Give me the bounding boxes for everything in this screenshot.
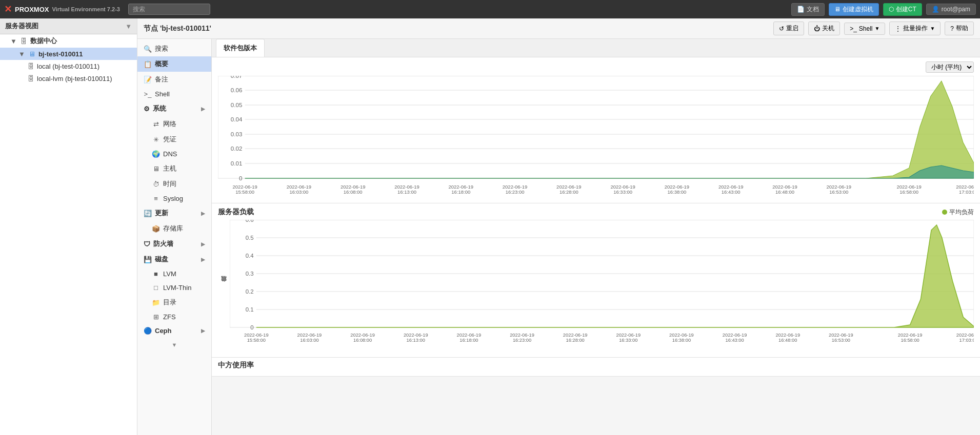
nav-item-time[interactable]: ⏱ 时间 — [137, 176, 211, 192]
svg-text:2022-06-19: 2022-06-19 — [956, 184, 974, 190]
help-icon: ? — [950, 25, 954, 32]
cpu-time-select[interactable]: 小时 (平均) — [926, 61, 974, 73]
svg-text:0.06: 0.06 — [231, 87, 243, 93]
topbar: ✕ PROXMOX Virtual Environment 7.2-3 📄 文档… — [0, 0, 980, 18]
nav-label-dns: DNS — [163, 150, 177, 158]
svg-text:2022-06-19: 2022-06-19 — [956, 333, 974, 338]
zfs-nav-icon: ⊞ — [152, 313, 160, 321]
svg-text:2022-06-19: 2022-06-19 — [404, 333, 428, 338]
nav-label-shell: Shell — [155, 90, 170, 98]
disk-nav-icon: 💾 — [144, 256, 152, 263]
notes-nav-icon: 📝 — [144, 76, 152, 84]
sidebar-item-storage1[interactable]: 🗄 local (bj-test-010011) — [0, 60, 137, 72]
svg-text:0.07: 0.07 — [231, 76, 243, 79]
svg-text:17:03:00: 17:03:00 — [959, 190, 974, 195]
sidebar-item-datacenter[interactable]: ▼ 🗄 数据中心 — [0, 34, 137, 48]
svg-text:16:43:00: 16:43:00 — [725, 338, 744, 343]
nav-item-directory[interactable]: 📁 目录 — [137, 295, 211, 310]
cpu-chart-controls: 小时 (平均) — [926, 61, 974, 73]
load-legend: 平均负荷 — [942, 208, 974, 217]
cpu-chart-section: 小时 (平均) — [212, 57, 980, 203]
nav-item-certs[interactable]: ✳ 凭证 — [137, 132, 211, 147]
create-vm-button[interactable]: 🖥 创建虚拟机 — [829, 3, 879, 16]
content-pane: 节点 'bj-test-010011' ↺ 重启 ⏻ 关机 >_ Shell ▼… — [137, 18, 980, 435]
svg-text:0.4: 0.4 — [246, 253, 254, 259]
svg-text:16:43:00: 16:43:00 — [722, 190, 741, 195]
logo-x-icon: ✕ — [4, 4, 12, 15]
svg-text:2022-06-19: 2022-06-19 — [829, 333, 853, 338]
batch-button[interactable]: ⋮ 批量操作 ▼ — [889, 22, 941, 35]
svg-text:16:03:00: 16:03:00 — [289, 190, 308, 195]
system-nav-icon: ⚙ — [144, 105, 150, 113]
load-chart-svg: 0.6 0.5 0.4 0.3 0.2 0.1 0 2022-06-19 15:… — [230, 220, 974, 353]
sidebar-dropdown-icon: ▼ — [125, 23, 132, 30]
load-chart-section: 服务器负载 平均负荷 相对负载 — [212, 203, 980, 358]
power-icon: ⏻ — [814, 25, 820, 32]
nav-item-syslog[interactable]: ≡ Syslog — [137, 192, 211, 205]
ct-icon: ⬡ — [889, 6, 894, 13]
nav-label-zfs: ZFS — [163, 313, 176, 321]
svg-text:0.02: 0.02 — [231, 146, 243, 152]
user-button[interactable]: 👤 root@pam — [926, 4, 976, 15]
tab-package-versions[interactable]: 软件包版本 — [216, 39, 265, 57]
svg-text:15:58:00: 15:58:00 — [247, 338, 266, 343]
updates-expand-icon: ▶ — [201, 211, 205, 216]
create-ct-button[interactable]: ⬡ 创建CT — [883, 3, 922, 16]
sidebar-header: 服务器视图 ▼ — [0, 18, 137, 34]
nav-item-shell[interactable]: >_ Shell — [137, 87, 211, 101]
nav-item-notes[interactable]: 📝 备注 — [137, 72, 211, 87]
nav-label-time: 时间 — [163, 179, 176, 189]
sidebar-item-node[interactable]: ▼ 🖥 bj-test-010011 — [0, 48, 137, 60]
nav-section-system[interactable]: ⚙ 系统 ▶ — [137, 101, 211, 116]
lvm-thin-nav-icon: □ — [152, 284, 160, 292]
shell-dropdown-icon: ▼ — [875, 26, 880, 31]
tab-bar: 软件包版本 — [212, 39, 980, 57]
search-nav-icon: 🔍 — [144, 45, 152, 53]
nav-item-lvm-thin[interactable]: □ LVM-Thin — [137, 281, 211, 295]
svg-text:17:03:00: 17:03:00 — [959, 338, 974, 343]
svg-rect-0 — [218, 76, 974, 178]
shell-button[interactable]: >_ Shell ▼ — [844, 23, 885, 35]
nav-item-dns[interactable]: 🌍 DNS — [137, 147, 211, 161]
svg-text:16:58:00: 16:58:00 — [899, 190, 918, 195]
nav-scroll-down[interactable]: ▼ — [137, 338, 211, 352]
load-chart-title: 服务器负载 — [218, 208, 254, 217]
help-button[interactable]: ? 帮助 — [945, 22, 974, 35]
svg-text:0.01: 0.01 — [231, 160, 243, 167]
nav-item-repos[interactable]: 📦 存储库 — [137, 221, 211, 236]
firewall-expand-icon: ▶ — [201, 241, 205, 247]
nav-item-summary[interactable]: 📋 概要 — [137, 56, 211, 72]
nav-item-network[interactable]: ⇄ 网络 — [137, 116, 211, 132]
nav-section-ceph[interactable]: 🔵 Ceph ▶ — [137, 324, 211, 338]
nav-item-zfs[interactable]: ⊞ ZFS — [137, 310, 211, 324]
svg-text:0: 0 — [239, 175, 242, 181]
nav-item-hosts[interactable]: 🖥 主机 — [137, 161, 211, 176]
docs-button[interactable]: 📄 文档 — [791, 3, 825, 16]
nav-section-firewall[interactable]: 🛡 防火墙 ▶ — [137, 236, 211, 252]
search-input[interactable] — [128, 4, 210, 15]
svg-text:15:58:00: 15:58:00 — [235, 190, 254, 195]
svg-text:2022-06-19: 2022-06-19 — [297, 333, 322, 338]
nav-label-search: 搜索 — [155, 44, 168, 53]
shutdown-button[interactable]: ⏻ 关机 — [808, 22, 840, 35]
svg-text:0.04: 0.04 — [231, 116, 243, 122]
svg-text:16:58:00: 16:58:00 — [901, 338, 919, 343]
nav-label-lvm-thin: LVM-Thin — [163, 284, 191, 292]
nav-section-updates[interactable]: 🔄 更新 ▶ — [137, 205, 211, 221]
directory-nav-icon: 📁 — [152, 299, 160, 306]
main-layout: 服务器视图 ▼ ▼ 🗄 数据中心 ▼ 🖥 bj-test-010011 🗄 lo… — [0, 18, 980, 435]
nav-item-lvm[interactable]: ■ LVM — [137, 267, 211, 281]
nav-item-search[interactable]: 🔍 搜索 — [137, 41, 211, 56]
certs-nav-icon: ✳ — [152, 136, 160, 143]
network-nav-icon: ⇄ — [152, 120, 160, 128]
nav-section-disk[interactable]: 💾 磁盘 ▶ — [137, 252, 211, 267]
svg-text:0.3: 0.3 — [246, 271, 254, 277]
svg-text:2022-06-19: 2022-06-19 — [350, 333, 375, 338]
svg-text:2022-06-19: 2022-06-19 — [898, 333, 923, 338]
shell-icon: >_ — [850, 25, 857, 32]
reboot-button[interactable]: ↺ 重启 — [773, 22, 804, 35]
svg-text:0.2: 0.2 — [246, 288, 254, 295]
nav-label-network: 网络 — [163, 119, 176, 129]
sidebar-item-storage2[interactable]: 🗄 local-lvm (bj-test-010011) — [0, 72, 137, 85]
svg-text:16:48:00: 16:48:00 — [778, 338, 797, 343]
